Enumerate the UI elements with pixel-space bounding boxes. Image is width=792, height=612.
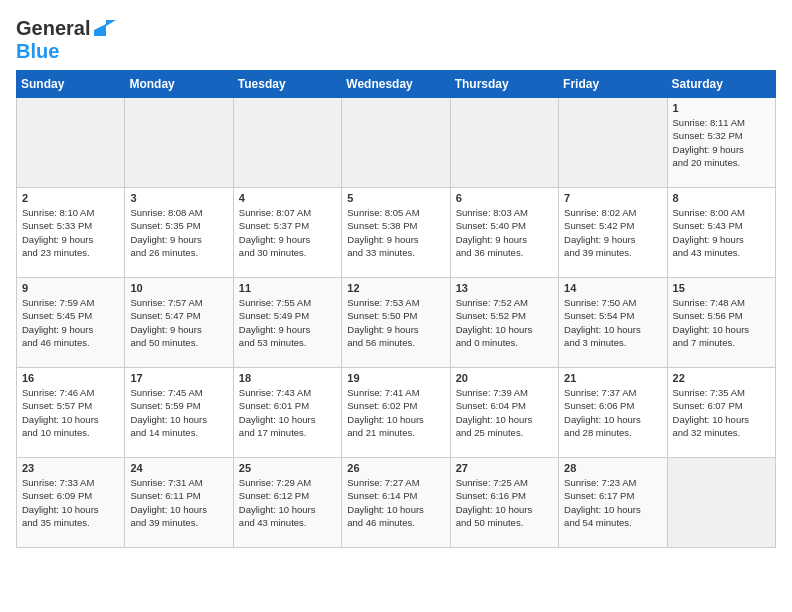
calendar-cell: 14Sunrise: 7:50 AM Sunset: 5:54 PM Dayli… [559, 278, 667, 368]
calendar-cell: 13Sunrise: 7:52 AM Sunset: 5:52 PM Dayli… [450, 278, 558, 368]
calendar-cell: 22Sunrise: 7:35 AM Sunset: 6:07 PM Dayli… [667, 368, 775, 458]
day-info: Sunrise: 7:31 AM Sunset: 6:11 PM Dayligh… [130, 476, 227, 529]
calendar-cell: 23Sunrise: 7:33 AM Sunset: 6:09 PM Dayli… [17, 458, 125, 548]
weekday-header-row: SundayMondayTuesdayWednesdayThursdayFrid… [17, 71, 776, 98]
calendar-cell: 18Sunrise: 7:43 AM Sunset: 6:01 PM Dayli… [233, 368, 341, 458]
week-row-5: 23Sunrise: 7:33 AM Sunset: 6:09 PM Dayli… [17, 458, 776, 548]
day-info: Sunrise: 8:05 AM Sunset: 5:38 PM Dayligh… [347, 206, 444, 259]
day-number: 3 [130, 192, 227, 204]
calendar-cell: 9Sunrise: 7:59 AM Sunset: 5:45 PM Daylig… [17, 278, 125, 368]
weekday-header-saturday: Saturday [667, 71, 775, 98]
logo-blue-text: Blue [16, 40, 59, 62]
day-info: Sunrise: 7:33 AM Sunset: 6:09 PM Dayligh… [22, 476, 119, 529]
day-number: 16 [22, 372, 119, 384]
calendar-cell: 24Sunrise: 7:31 AM Sunset: 6:11 PM Dayli… [125, 458, 233, 548]
day-info: Sunrise: 7:53 AM Sunset: 5:50 PM Dayligh… [347, 296, 444, 349]
day-info: Sunrise: 7:37 AM Sunset: 6:06 PM Dayligh… [564, 386, 661, 439]
day-info: Sunrise: 8:02 AM Sunset: 5:42 PM Dayligh… [564, 206, 661, 259]
calendar-cell: 17Sunrise: 7:45 AM Sunset: 5:59 PM Dayli… [125, 368, 233, 458]
day-number: 17 [130, 372, 227, 384]
day-number: 19 [347, 372, 444, 384]
calendar-cell: 15Sunrise: 7:48 AM Sunset: 5:56 PM Dayli… [667, 278, 775, 368]
calendar-cell: 2Sunrise: 8:10 AM Sunset: 5:33 PM Daylig… [17, 188, 125, 278]
calendar-cell: 12Sunrise: 7:53 AM Sunset: 5:50 PM Dayli… [342, 278, 450, 368]
calendar-cell: 3Sunrise: 8:08 AM Sunset: 5:35 PM Daylig… [125, 188, 233, 278]
calendar-cell: 21Sunrise: 7:37 AM Sunset: 6:06 PM Dayli… [559, 368, 667, 458]
calendar-cell: 19Sunrise: 7:41 AM Sunset: 6:02 PM Dayli… [342, 368, 450, 458]
day-number: 1 [673, 102, 770, 114]
day-number: 6 [456, 192, 553, 204]
calendar-cell: 20Sunrise: 7:39 AM Sunset: 6:04 PM Dayli… [450, 368, 558, 458]
day-number: 28 [564, 462, 661, 474]
day-info: Sunrise: 7:23 AM Sunset: 6:17 PM Dayligh… [564, 476, 661, 529]
calendar-cell [125, 98, 233, 188]
page-header: General Blue [16, 16, 776, 62]
calendar-cell [450, 98, 558, 188]
day-info: Sunrise: 7:39 AM Sunset: 6:04 PM Dayligh… [456, 386, 553, 439]
day-info: Sunrise: 8:08 AM Sunset: 5:35 PM Dayligh… [130, 206, 227, 259]
day-number: 26 [347, 462, 444, 474]
logo-icon [92, 16, 116, 40]
day-info: Sunrise: 7:27 AM Sunset: 6:14 PM Dayligh… [347, 476, 444, 529]
week-row-4: 16Sunrise: 7:46 AM Sunset: 5:57 PM Dayli… [17, 368, 776, 458]
day-number: 22 [673, 372, 770, 384]
weekday-header-wednesday: Wednesday [342, 71, 450, 98]
weekday-header-tuesday: Tuesday [233, 71, 341, 98]
day-number: 21 [564, 372, 661, 384]
calendar-cell: 26Sunrise: 7:27 AM Sunset: 6:14 PM Dayli… [342, 458, 450, 548]
calendar-cell: 28Sunrise: 7:23 AM Sunset: 6:17 PM Dayli… [559, 458, 667, 548]
logo: General Blue [16, 16, 116, 62]
calendar-cell: 4Sunrise: 8:07 AM Sunset: 5:37 PM Daylig… [233, 188, 341, 278]
calendar-cell: 25Sunrise: 7:29 AM Sunset: 6:12 PM Dayli… [233, 458, 341, 548]
day-number: 23 [22, 462, 119, 474]
weekday-header-friday: Friday [559, 71, 667, 98]
day-number: 15 [673, 282, 770, 294]
day-number: 24 [130, 462, 227, 474]
calendar-cell: 5Sunrise: 8:05 AM Sunset: 5:38 PM Daylig… [342, 188, 450, 278]
calendar-cell: 8Sunrise: 8:00 AM Sunset: 5:43 PM Daylig… [667, 188, 775, 278]
calendar-cell [559, 98, 667, 188]
calendar-cell: 11Sunrise: 7:55 AM Sunset: 5:49 PM Dayli… [233, 278, 341, 368]
calendar-cell [233, 98, 341, 188]
day-info: Sunrise: 7:41 AM Sunset: 6:02 PM Dayligh… [347, 386, 444, 439]
day-info: Sunrise: 7:29 AM Sunset: 6:12 PM Dayligh… [239, 476, 336, 529]
day-number: 10 [130, 282, 227, 294]
day-number: 4 [239, 192, 336, 204]
day-info: Sunrise: 7:35 AM Sunset: 6:07 PM Dayligh… [673, 386, 770, 439]
day-info: Sunrise: 7:43 AM Sunset: 6:01 PM Dayligh… [239, 386, 336, 439]
calendar-cell: 1Sunrise: 8:11 AM Sunset: 5:32 PM Daylig… [667, 98, 775, 188]
calendar-cell: 7Sunrise: 8:02 AM Sunset: 5:42 PM Daylig… [559, 188, 667, 278]
calendar-cell [667, 458, 775, 548]
logo-general-text: General [16, 17, 90, 39]
weekday-header-sunday: Sunday [17, 71, 125, 98]
day-number: 12 [347, 282, 444, 294]
day-number: 27 [456, 462, 553, 474]
day-number: 9 [22, 282, 119, 294]
svg-marker-0 [94, 20, 116, 36]
day-number: 14 [564, 282, 661, 294]
day-number: 20 [456, 372, 553, 384]
day-info: Sunrise: 7:46 AM Sunset: 5:57 PM Dayligh… [22, 386, 119, 439]
day-number: 5 [347, 192, 444, 204]
day-info: Sunrise: 7:52 AM Sunset: 5:52 PM Dayligh… [456, 296, 553, 349]
day-info: Sunrise: 7:25 AM Sunset: 6:16 PM Dayligh… [456, 476, 553, 529]
calendar-cell: 16Sunrise: 7:46 AM Sunset: 5:57 PM Dayli… [17, 368, 125, 458]
day-info: Sunrise: 8:00 AM Sunset: 5:43 PM Dayligh… [673, 206, 770, 259]
day-info: Sunrise: 7:45 AM Sunset: 5:59 PM Dayligh… [130, 386, 227, 439]
day-info: Sunrise: 8:10 AM Sunset: 5:33 PM Dayligh… [22, 206, 119, 259]
day-info: Sunrise: 8:07 AM Sunset: 5:37 PM Dayligh… [239, 206, 336, 259]
week-row-3: 9Sunrise: 7:59 AM Sunset: 5:45 PM Daylig… [17, 278, 776, 368]
calendar-cell: 6Sunrise: 8:03 AM Sunset: 5:40 PM Daylig… [450, 188, 558, 278]
week-row-2: 2Sunrise: 8:10 AM Sunset: 5:33 PM Daylig… [17, 188, 776, 278]
weekday-header-monday: Monday [125, 71, 233, 98]
calendar-cell [342, 98, 450, 188]
day-info: Sunrise: 8:11 AM Sunset: 5:32 PM Dayligh… [673, 116, 770, 169]
day-info: Sunrise: 7:57 AM Sunset: 5:47 PM Dayligh… [130, 296, 227, 349]
calendar-cell: 10Sunrise: 7:57 AM Sunset: 5:47 PM Dayli… [125, 278, 233, 368]
day-number: 25 [239, 462, 336, 474]
calendar-cell: 27Sunrise: 7:25 AM Sunset: 6:16 PM Dayli… [450, 458, 558, 548]
day-number: 8 [673, 192, 770, 204]
day-info: Sunrise: 7:50 AM Sunset: 5:54 PM Dayligh… [564, 296, 661, 349]
weekday-header-thursday: Thursday [450, 71, 558, 98]
calendar-cell [17, 98, 125, 188]
